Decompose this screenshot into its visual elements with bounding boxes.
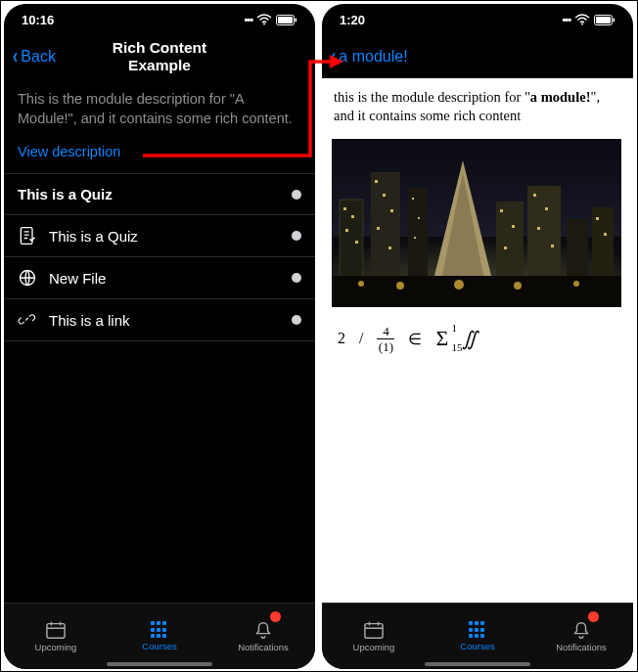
module-item-label: This is a link — [49, 312, 130, 329]
svg-rect-28 — [383, 194, 386, 197]
svg-rect-19 — [496, 202, 524, 280]
status-dot-icon — [292, 315, 301, 325]
sigma: Σ115 — [435, 326, 448, 351]
svg-rect-20 — [527, 186, 561, 280]
svg-rect-33 — [418, 217, 420, 219]
tab-bar: Upcoming Courses Notifications — [322, 603, 633, 669]
phone-right: 1:20 ••• ‹ a module! this is the module … — [322, 4, 633, 669]
fraction: 4 (1) — [377, 325, 394, 353]
tab-bar: Upcoming Courses Notifications — [4, 603, 315, 669]
bell-icon — [570, 620, 592, 640]
grid-icon — [469, 621, 486, 639]
svg-rect-25 — [345, 229, 348, 232]
tab-courses[interactable]: Courses — [426, 604, 529, 669]
svg-point-49 — [573, 281, 579, 287]
svg-rect-21 — [567, 219, 588, 280]
svg-rect-42 — [596, 217, 599, 220]
svg-rect-22 — [592, 207, 614, 280]
svg-rect-50 — [365, 624, 383, 639]
module-description: This is the module description for "A Mo… — [4, 78, 315, 134]
home-indicator — [425, 662, 530, 666]
back-button[interactable]: ‹ a module! — [330, 46, 408, 67]
status-right: ••• — [562, 14, 615, 25]
svg-rect-10 — [614, 18, 615, 22]
description-text: this is the module description for "a mo… — [322, 78, 633, 135]
svg-rect-3 — [296, 18, 297, 22]
globe-icon — [18, 268, 37, 288]
status-dot-icon — [292, 190, 301, 200]
svg-rect-40 — [537, 227, 540, 230]
math-formula: 2 / 4 (1) ∈ Σ115 ∬ — [322, 319, 633, 359]
tab-upcoming[interactable]: Upcoming — [322, 604, 426, 669]
tab-upcoming[interactable]: Upcoming — [4, 604, 108, 669]
link-icon — [18, 310, 37, 330]
svg-point-46 — [396, 282, 404, 290]
notification-badge — [588, 611, 599, 622]
status-bar: 10:16 ••• — [4, 4, 315, 35]
home-indicator — [107, 662, 212, 666]
module-item-label: New File — [49, 270, 106, 287]
status-dot-icon — [292, 231, 301, 241]
grid-icon — [151, 621, 168, 639]
navbar: ‹ a module! — [322, 35, 633, 78]
tab-label: Upcoming — [35, 642, 77, 652]
svg-rect-41 — [551, 245, 554, 247]
tab-label: Notifications — [238, 642, 289, 652]
navbar: ‹ Back Rich Content Example — [4, 35, 315, 78]
svg-rect-27 — [375, 180, 378, 183]
tab-notifications[interactable]: Notifications — [529, 604, 633, 669]
svg-rect-32 — [412, 198, 414, 200]
svg-rect-26 — [355, 241, 358, 244]
page-title: Rich Content Example — [82, 39, 238, 74]
notification-badge — [270, 611, 281, 622]
tab-notifications[interactable]: Notifications — [211, 604, 315, 669]
module-item-file[interactable]: New File — [4, 257, 315, 298]
svg-rect-23 — [343, 207, 346, 210]
battery-icon — [276, 15, 297, 25]
webview[interactable]: this is the module description for "a mo… — [322, 78, 633, 603]
svg-rect-44 — [332, 276, 621, 307]
module-item-label: This is a Quiz — [49, 228, 138, 245]
svg-rect-38 — [533, 194, 536, 197]
svg-rect-29 — [390, 209, 393, 212]
chevron-left-icon: ‹ — [13, 46, 18, 67]
chevron-left-icon: ‹ — [331, 46, 336, 67]
svg-rect-6 — [47, 624, 65, 639]
calendar-icon — [45, 620, 67, 640]
svg-rect-31 — [388, 246, 391, 249]
svg-rect-35 — [500, 209, 503, 212]
calendar-icon — [363, 620, 385, 640]
tab-label: Notifications — [556, 642, 607, 652]
svg-point-48 — [514, 282, 522, 290]
status-dot-icon — [292, 273, 301, 283]
svg-point-45 — [358, 281, 364, 287]
status-time: 10:16 — [22, 13, 54, 27]
svg-rect-16 — [408, 188, 428, 280]
section-header[interactable]: This is a Quiz — [4, 174, 315, 214]
svg-rect-13 — [340, 200, 363, 278]
wifi-icon — [256, 14, 272, 25]
module-item-quiz[interactable]: This is a Quiz — [4, 215, 315, 256]
back-label: Back — [21, 48, 56, 66]
status-bar: 1:20 ••• — [322, 4, 633, 35]
bell-icon — [252, 620, 274, 640]
cellular-icon: ••• — [244, 14, 252, 25]
svg-point-47 — [454, 280, 464, 290]
cityscape-image — [332, 139, 621, 307]
tab-label: Upcoming — [353, 642, 395, 652]
phone-left: 10:16 ••• ‹ Back Rich Content Example Th… — [4, 4, 315, 669]
view-description-link[interactable]: View description — [4, 134, 315, 173]
svg-rect-34 — [414, 237, 416, 239]
back-button[interactable]: ‹ Back — [12, 46, 56, 67]
status-time: 1:20 — [340, 13, 365, 27]
embedded-image — [332, 139, 623, 307]
svg-rect-2 — [278, 17, 293, 23]
cellular-icon: ••• — [562, 14, 570, 25]
svg-rect-30 — [377, 227, 380, 230]
tab-label: Courses — [460, 641, 494, 651]
module-item-link[interactable]: This is a link — [4, 299, 315, 340]
svg-point-0 — [263, 23, 265, 25]
tab-courses[interactable]: Courses — [108, 604, 211, 669]
status-right: ••• — [244, 14, 297, 25]
svg-rect-39 — [545, 207, 548, 210]
